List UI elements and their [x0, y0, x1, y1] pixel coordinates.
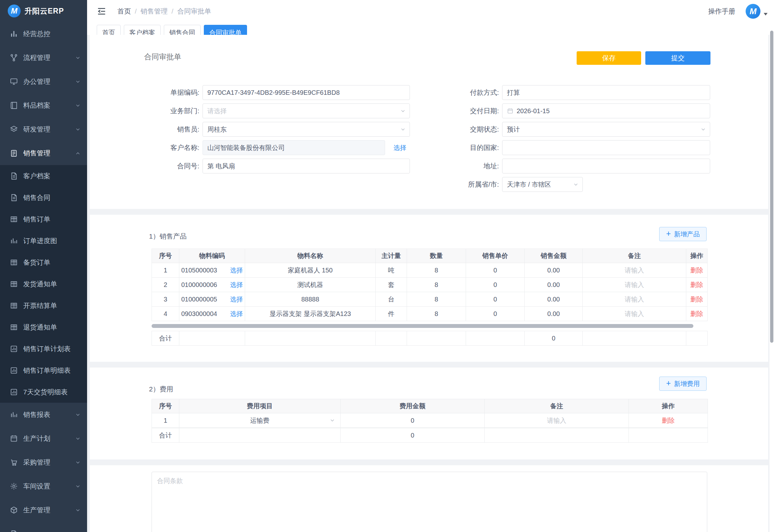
caret-down-icon[interactable] — [764, 13, 768, 15]
sidebar-item[interactable] — [0, 522, 87, 532]
sidebar-item[interactable]: 流程管理 — [0, 46, 87, 70]
save-button[interactable]: 保存 — [577, 51, 641, 65]
cell-remark: 请输入 — [485, 413, 629, 428]
sidebar-item-label: 销售订单计划表 — [23, 344, 71, 353]
delete-row-link[interactable]: 删除 — [662, 417, 675, 424]
remark-input[interactable]: 请输入 — [625, 310, 644, 317]
table-icon — [10, 215, 18, 223]
select-material-link[interactable]: 选择 — [230, 281, 243, 288]
product-row: 40903000004选择显示器支架 显示器支架A123件800.00请输入删除 — [152, 307, 708, 321]
delivery-status-select[interactable]: 预计 — [502, 122, 710, 137]
delete-row-link[interactable]: 删除 — [690, 310, 703, 317]
sidebar-item[interactable]: 生产管理 — [0, 498, 87, 522]
delete-row-link[interactable]: 删除 — [690, 296, 703, 303]
remark-input[interactable]: 请输入 — [625, 296, 644, 303]
select-material-link[interactable]: 选择 — [230, 296, 243, 303]
page-scrollbar[interactable] — [769, 0, 774, 532]
cell-quantity: 8 — [407, 292, 466, 307]
doc-code-value: 9770CA17-3497-4DB2-995E-B49E9CF61BD8 — [207, 89, 340, 96]
remark-input[interactable]: 请输入 — [547, 417, 566, 424]
sales-submenu: 客户档案销售合同销售订单订单进度图备货订单发货通知单开票结算单退货通知单销售订单… — [0, 165, 87, 403]
sidebar-subitem[interactable]: 7天交货明细表 — [0, 381, 87, 403]
tab[interactable]: 客户档案 — [124, 25, 161, 35]
tab[interactable]: 首页 — [97, 25, 121, 35]
sidebar-subitem[interactable]: 备货订单 — [0, 251, 87, 273]
h-scrollbar-thumb[interactable] — [152, 324, 693, 328]
delete-row-link[interactable]: 删除 — [690, 267, 703, 274]
payment-method-input[interactable]: 打算 — [502, 85, 710, 100]
sidebar-subitem[interactable]: 销售订单计划表 — [0, 338, 87, 360]
manual-link[interactable]: 操作手册 — [708, 7, 735, 16]
cell-remark: 请输入 — [583, 263, 686, 278]
fee-item-select[interactable]: 运输费 — [250, 417, 270, 424]
tab[interactable]: 销售合同 — [164, 25, 201, 35]
add-fee-button[interactable]: + 新增费用 — [659, 377, 707, 391]
salesperson-select[interactable]: 周桂东 — [203, 122, 410, 137]
fees-card: 2）费用 + 新增费用 序号费用项目费用金额备注操作1运输费0请输入删除合计0 — [90, 368, 768, 459]
select-customer-link[interactable]: 选择 — [393, 143, 406, 152]
sidebar-subitem[interactable]: 退货通知单 — [0, 316, 87, 338]
chevron-down-icon — [75, 412, 81, 418]
select-material-link[interactable]: 选择 — [230, 310, 243, 317]
doc-icon — [10, 193, 18, 202]
sidebar-subitem[interactable]: 销售订单明细表 — [0, 360, 87, 381]
sidebar-item[interactable]: 经营总控 — [0, 22, 87, 46]
select-material-link[interactable]: 选择 — [230, 267, 243, 274]
total-label: 合计 — [152, 428, 179, 443]
destination-country-input[interactable] — [502, 140, 710, 155]
delete-row-link[interactable]: 删除 — [690, 281, 703, 288]
doc-icon — [10, 530, 18, 532]
sidebar-item[interactable]: 生产计划 — [0, 427, 87, 450]
sidebar-item-label: 销售报表 — [23, 410, 50, 419]
contract-terms-textarea[interactable]: 合同条款 — [152, 472, 707, 532]
tab[interactable]: 合同审批单 — [204, 25, 247, 35]
remark-input[interactable]: 请输入 — [625, 281, 644, 288]
salesperson-value: 周桂东 — [207, 125, 227, 134]
address-input[interactable] — [502, 159, 710, 173]
province-city-select[interactable]: 天津市 / 市辖区 — [502, 177, 583, 192]
sidebar-item[interactable]: 采购管理 — [0, 450, 87, 474]
cell-actions: 删除 — [686, 307, 708, 321]
column-header: 费用金额 — [341, 399, 485, 413]
contract-no-input[interactable]: 第 电风扇 — [203, 159, 410, 173]
submit-button[interactable]: 提交 — [645, 51, 710, 65]
sidebar-item[interactable]: 销售报表 — [0, 403, 87, 427]
sidebar-item[interactable]: 料品档案 — [0, 94, 87, 117]
table-header-row: 序号费用项目费用金额备注操作 — [152, 399, 708, 413]
remark-input[interactable]: 请输入 — [625, 267, 644, 274]
breadcrumb-item[interactable]: 首页 — [117, 7, 131, 16]
add-product-button[interactable]: + 新增产品 — [659, 227, 707, 241]
sidebar-subitem[interactable]: 销售合同 — [0, 187, 87, 208]
column-header: 物料名称 — [245, 249, 376, 263]
sidebar-subitem[interactable]: 客户档案 — [0, 165, 87, 187]
sidebar-item[interactable]: 研发管理 — [0, 117, 87, 141]
table-icon — [10, 301, 18, 310]
contract-form-card: 合同审批单 保存 提交 单据编码:9770CA17-3497-4DB2-995E… — [90, 35, 768, 209]
sidebar-item-label: 客户档案 — [23, 172, 50, 181]
chevron-down-icon — [400, 108, 406, 114]
chevron-down-icon — [75, 507, 81, 513]
delivery-date-input[interactable]: 2026-01-15 — [502, 103, 710, 118]
sidebar-item-label: 研发管理 — [23, 125, 50, 134]
sidebar-item[interactable]: 车间设置 — [0, 474, 87, 498]
products-table: 序号物料编码物料名称主计量数量销售单价销售金额备注操作10105000003选择… — [152, 249, 708, 321]
business-dept-select[interactable]: 请选择 — [203, 103, 410, 118]
page-scrollbar-thumb[interactable] — [770, 31, 773, 343]
table-h-scrollbar — [152, 321, 708, 331]
doc-code-input[interactable]: 9770CA17-3497-4DB2-995E-B49E9CF61BD8 — [203, 85, 410, 100]
cell-material-name: 88888 — [245, 292, 376, 307]
sidebar-item[interactable]: 销售管理 — [0, 141, 87, 165]
total-amount: 0 — [341, 428, 485, 443]
breadcrumb-item[interactable]: 销售管理 — [141, 7, 168, 16]
sidebar-subitem[interactable]: 订单进度图 — [0, 230, 87, 251]
sidebar-subitem[interactable]: 销售订单 — [0, 208, 87, 230]
salesperson-label: 销售员: — [90, 125, 203, 134]
avatar[interactable]: M — [746, 4, 760, 19]
sidebar-item[interactable]: 办公管理 — [0, 70, 87, 94]
collapse-menu-icon[interactable] — [97, 6, 106, 16]
header-right: 操作手册 M — [708, 4, 768, 19]
customer-name-input[interactable]: 山河智能装备股份有限公司 — [203, 140, 385, 155]
material-code: 0903000004 — [181, 310, 217, 317]
sidebar-subitem[interactable]: 开票结算单 — [0, 295, 87, 316]
sidebar-subitem[interactable]: 发货通知单 — [0, 273, 87, 295]
